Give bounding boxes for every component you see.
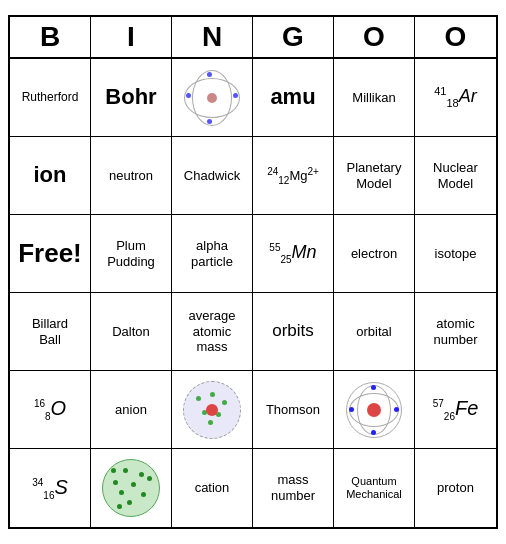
bohr-text: Bohr <box>105 84 156 110</box>
cell-r1c5: Millikan <box>334 59 415 137</box>
bohr-atom-visual <box>183 69 241 127</box>
free-text: Free! <box>18 238 82 269</box>
cation-text: cation <box>195 480 230 496</box>
bingo-grid: Rutherford Bohr amu Millikan 4118 <box>10 59 496 527</box>
cell-r3c4: 5525Mn <box>253 215 334 293</box>
qdot10 <box>111 468 116 473</box>
tdot3 <box>222 400 227 405</box>
qdot2 <box>139 472 144 477</box>
plum-pudding-text: PlumPudding <box>107 238 155 269</box>
qdot6 <box>141 492 146 497</box>
cell-r2c3: Chadwick <box>172 137 253 215</box>
cell-r3c3: alphaparticle <box>172 215 253 293</box>
header-g: G <box>253 17 334 57</box>
quantum-mechanical-text: QuantumMechanical <box>346 475 402 501</box>
electron1 <box>207 72 212 77</box>
cell-r2c5: PlanetaryModel <box>334 137 415 215</box>
cell-r4c1: BillardBall <box>10 293 91 371</box>
tdot1 <box>196 396 201 401</box>
cell-r2c4: 2412Mg2+ <box>253 137 334 215</box>
cell-r2c6: NuclearModel <box>415 137 496 215</box>
amu-text: amu <box>270 84 315 110</box>
cell-r3c1: Free! <box>10 215 91 293</box>
qdot5 <box>119 490 124 495</box>
thomson-atom-visual <box>183 381 241 439</box>
rutherford-text: Rutherford <box>22 90 79 104</box>
cell-r3c6: isotope <box>415 215 496 293</box>
nuclear-center <box>367 403 381 417</box>
header-o1: O <box>334 17 415 57</box>
qdot3 <box>113 480 118 485</box>
header-b: B <box>10 17 91 57</box>
cell-r4c6: atomicnumber <box>415 293 496 371</box>
orbits-text: orbits <box>272 321 314 341</box>
cell-r6c6: proton <box>415 449 496 527</box>
proton-text: proton <box>437 480 474 496</box>
cell-r3c2: PlumPudding <box>91 215 172 293</box>
isotope-text: isotope <box>435 246 477 262</box>
nelec4 <box>394 407 399 412</box>
cell-r4c3: averageatomicmass <box>172 293 253 371</box>
cell-r1c4: amu <box>253 59 334 137</box>
billard-ball-text: BillardBall <box>32 316 68 347</box>
fe-formula: 5726Fe <box>433 397 479 422</box>
ion-text: ion <box>34 162 67 188</box>
cell-r6c4: massnumber <box>253 449 334 527</box>
cell-r6c3: cation <box>172 449 253 527</box>
planetary-text: PlanetaryModel <box>347 160 402 191</box>
cell-r1c6: 4118Ar <box>415 59 496 137</box>
nelec1 <box>371 385 376 390</box>
cell-r4c5: orbital <box>334 293 415 371</box>
nelec2 <box>371 430 376 435</box>
o-formula: 168O <box>34 397 66 422</box>
qdot1 <box>123 468 128 473</box>
qdot9 <box>117 504 122 509</box>
cell-r1c1: Rutherford <box>10 59 91 137</box>
alpha-particle-text: alphaparticle <box>191 238 233 269</box>
anion-text: anion <box>115 402 147 418</box>
nuclear-atom-visual <box>346 382 402 438</box>
mass-number-text: massnumber <box>271 472 315 503</box>
nelec3 <box>349 407 354 412</box>
header-n: N <box>172 17 253 57</box>
s-formula: 3416S <box>32 476 68 501</box>
cell-r5c3 <box>172 371 253 449</box>
ar-formula: 4118Ar <box>434 85 477 110</box>
electron-text: electron <box>351 246 397 262</box>
chadwick-text: Chadwick <box>184 168 240 184</box>
tdot6 <box>208 420 213 425</box>
thomson-text: Thomson <box>266 402 320 418</box>
cell-r2c1: ion <box>10 137 91 215</box>
cell-r4c2: Dalton <box>91 293 172 371</box>
thomson-nucleus <box>206 404 218 416</box>
cell-r6c1: 3416S <box>10 449 91 527</box>
qdot8 <box>147 476 152 481</box>
bingo-card: B I N G O O Rutherford Bohr amu <box>8 15 498 529</box>
orbital-text: orbital <box>356 324 391 340</box>
cell-r5c2: anion <box>91 371 172 449</box>
neutron-text: neutron <box>109 168 153 184</box>
cell-r5c5 <box>334 371 415 449</box>
cell-r5c1: 168O <box>10 371 91 449</box>
dalton-text: Dalton <box>112 324 150 340</box>
cell-r6c5: QuantumMechanical <box>334 449 415 527</box>
electron3 <box>186 93 191 98</box>
tdot2 <box>210 392 215 397</box>
quantum-atom-visual <box>102 459 160 517</box>
header-o2: O <box>415 17 496 57</box>
millikan-text: Millikan <box>352 90 395 106</box>
nuclear-model-text: NuclearModel <box>433 160 478 191</box>
mn-formula: 5525Mn <box>269 242 316 265</box>
cell-r6c2 <box>91 449 172 527</box>
nucleus <box>207 93 217 103</box>
cell-r1c3 <box>172 59 253 137</box>
qdot7 <box>127 500 132 505</box>
cell-r4c4: orbits <box>253 293 334 371</box>
qdot4 <box>131 482 136 487</box>
bingo-header: B I N G O O <box>10 17 496 59</box>
electron4 <box>233 93 238 98</box>
cell-r5c4: Thomson <box>253 371 334 449</box>
header-i: I <box>91 17 172 57</box>
average-atomic-mass-text: averageatomicmass <box>189 308 236 355</box>
mg-formula: 2412Mg2+ <box>267 166 319 186</box>
